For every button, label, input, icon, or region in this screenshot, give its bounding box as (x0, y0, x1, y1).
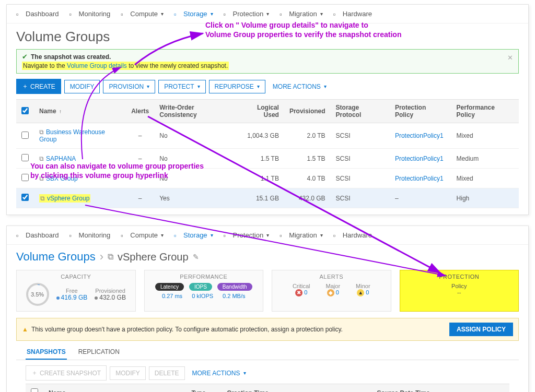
snapshots-table: Name Type Creation Time ↓ Source Data Ti… (26, 384, 509, 392)
row-checkbox[interactable] (21, 174, 29, 181)
protection-policy-label: Policy (404, 283, 515, 289)
edit-icon[interactable]: ✎ (193, 253, 199, 261)
create-snapshot-button[interactable]: ＋ CREATE SNAPSHOT (26, 365, 107, 381)
cell-proto: SCSI (331, 188, 390, 208)
nav-dashboard[interactable]: ▫Dashboard (12, 8, 63, 20)
col-name[interactable]: Name ↑ (34, 100, 126, 123)
alert-major: Major◆ 0 (326, 283, 341, 298)
nav-monitoring[interactable]: ▫Monitoring (65, 229, 115, 241)
col-woc[interactable]: Write-Order Consistency (154, 100, 236, 123)
cell-perf: Mixed (451, 123, 519, 149)
breadcrumb-root[interactable]: Volume Groups (16, 250, 96, 264)
latency-pill: Latency (155, 283, 184, 291)
nav-protection[interactable]: ▫Protection▾ (219, 229, 274, 241)
iops-value: 0 kIOPS (192, 293, 213, 299)
nav-icon: ▫ (224, 232, 231, 239)
cell-policy[interactable]: ProtectionPolicy1 (390, 169, 451, 188)
nav-icon: ▫ (16, 10, 24, 18)
nav-hardware[interactable]: ▫Hardware (329, 229, 376, 241)
repurpose-button[interactable]: REPURPOSE▾ (209, 80, 265, 93)
nav-migration[interactable]: ▫Migration▾ (275, 229, 327, 241)
snap-col-name[interactable]: Name (43, 384, 186, 393)
cell-policy[interactable]: ProtectionPolicy1 (390, 123, 451, 149)
nav-icon: ▫ (333, 232, 341, 239)
tab-snapshots[interactable]: SNAPSHOTS (26, 345, 67, 360)
cell-proto: SCSI (331, 169, 390, 188)
close-icon[interactable]: ✕ (507, 54, 513, 62)
cell-name[interactable]: ⧉Business Warehouse Group (34, 123, 126, 149)
volume-group-details-link[interactable]: Volume Group details (67, 62, 127, 69)
capacity-card: CAPACITY 3.5% Free416.9 GB Provisioned43… (16, 270, 136, 312)
table-row[interactable]: ⧉Business Warehouse Group–No1,004.3 GB2.… (16, 123, 519, 149)
col-policy[interactable]: Protection Policy (390, 100, 451, 123)
check-icon: ✔ (22, 53, 28, 61)
modify-button[interactable]: MODIFY (64, 80, 100, 93)
performance-title: PERFORMANCE (149, 274, 259, 280)
create-button[interactable]: ＋ CREATE (16, 79, 61, 94)
cell-logical: 15.1 GB (236, 188, 284, 208)
snap-delete-button[interactable]: DELETE (149, 366, 185, 380)
cell-name[interactable]: ⧉SBX Group (34, 169, 126, 188)
provision-button[interactable]: PROVISION▾ (103, 80, 155, 93)
row-checkbox[interactable] (21, 194, 29, 201)
row-checkbox[interactable] (21, 132, 29, 139)
cell-alerts: – (126, 169, 154, 188)
banner-line1: The snapshot was created. (31, 53, 111, 61)
nav-monitoring[interactable]: ▫Monitoring (65, 8, 115, 20)
snap-col-type[interactable]: Type (186, 384, 222, 393)
nav-storage[interactable]: ▫Storage▾ (170, 229, 217, 241)
snap-col-stime[interactable]: Source Data Time (372, 384, 509, 393)
assign-policy-button[interactable]: ASSIGN POLICY (449, 323, 513, 336)
nav-compute[interactable]: ▫Compute▾ (117, 229, 168, 241)
cell-name[interactable]: ⧉SAPHANA (34, 149, 126, 169)
cell-name[interactable]: ⧉vSphere Group (34, 188, 126, 208)
nav-icon: ▫ (69, 10, 77, 18)
more-actions-menu[interactable]: MORE ACTIONS▾ (273, 83, 327, 90)
nav-dashboard[interactable]: ▫Dashboard (12, 229, 63, 241)
nav-storage[interactable]: ▫Storage▾ (170, 8, 217, 20)
protection-title: PROTECTION (404, 274, 515, 280)
banner-line2: Navigate to the Volume Group details to … (22, 62, 229, 70)
summary-cards: CAPACITY 3.5% Free416.9 GB Provisioned43… (7, 266, 528, 318)
nav-protection[interactable]: ▫Protection▾ (219, 8, 274, 20)
snap-modify-button[interactable]: MODIFY (110, 366, 146, 380)
volume-group-icon: ⧉ (108, 252, 113, 262)
cell-alerts: – (126, 188, 154, 208)
alerts-card: ALERTS Critical✖ 0 Major◆ 0 Minor▲ 0 (272, 270, 391, 312)
page-title: Volume Groups (7, 23, 528, 49)
capacity-provisioned: Provisioned432.0 GB (95, 288, 126, 301)
col-provisioned[interactable]: Provisioned (284, 100, 331, 123)
col-alerts[interactable]: Alerts (126, 100, 154, 123)
alert-minor: Minor▲ 0 (356, 283, 370, 298)
protection-card: PROTECTION Policy -- (400, 270, 519, 312)
select-all-checkbox[interactable] (21, 107, 29, 114)
performance-card: PERFORMANCE Latency IOPS Bandwidth 0.27 … (144, 270, 264, 312)
row-checkbox[interactable] (21, 154, 29, 161)
snap-col-ctime[interactable]: Creation Time ↓ (222, 384, 371, 393)
table-row[interactable]: ⧉SAPHANA–No1.5 TB1.5 TBSCSIProtectionPol… (16, 149, 519, 169)
protect-button[interactable]: PROTECT▾ (158, 80, 205, 93)
nav-hardware[interactable]: ▫Hardware (329, 8, 376, 20)
snap-more-actions[interactable]: MORE ACTIONS▾ (192, 370, 246, 377)
nav-compute[interactable]: ▫Compute▾ (117, 8, 168, 20)
success-banner: ✔The snapshot was created. Navigate to t… (16, 49, 519, 74)
table-row[interactable]: ⧉vSphere Group–Yes15.1 GB432.0 GBSCSI–Hi… (16, 188, 519, 208)
nav-icon: ▫ (121, 10, 128, 18)
nav-migration[interactable]: ▫Migration▾ (275, 8, 327, 20)
tab-replication[interactable]: REPLICATION (77, 345, 121, 360)
banner-post: to view the newly created snapshot. (127, 62, 228, 69)
nav-icon: ▫ (174, 232, 181, 239)
cell-policy[interactable]: – (390, 188, 451, 208)
col-perf[interactable]: Performance Policy (451, 100, 519, 123)
table-row[interactable]: ⧉SBX Group–No1.1 TB4.0 TBSCSIProtectionP… (16, 169, 519, 188)
cell-perf: Mixed (451, 169, 519, 188)
nav-icon: ▫ (280, 232, 287, 239)
cell-policy[interactable]: ProtectionPolicy1 (390, 149, 451, 169)
cell-woc: No (154, 169, 236, 188)
cell-proto: SCSI (331, 123, 390, 149)
bandwidth-value: 0.2 MB/s (223, 293, 245, 299)
cell-logical: 1.5 TB (236, 149, 284, 169)
col-logical[interactable]: Logical Used (236, 100, 284, 123)
snap-select-all[interactable] (31, 388, 38, 392)
col-protocol[interactable]: Storage Protocol (331, 100, 390, 123)
